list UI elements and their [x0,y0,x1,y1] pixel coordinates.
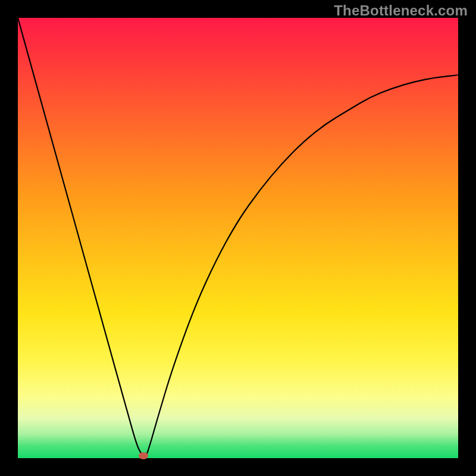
chart-canvas: TheBottleneck.com [0,0,476,476]
watermark-text: TheBottleneck.com [334,2,468,19]
curve-path [18,18,458,456]
curve-svg [18,18,458,458]
plot-area [18,18,458,458]
minimum-marker [139,452,148,459]
